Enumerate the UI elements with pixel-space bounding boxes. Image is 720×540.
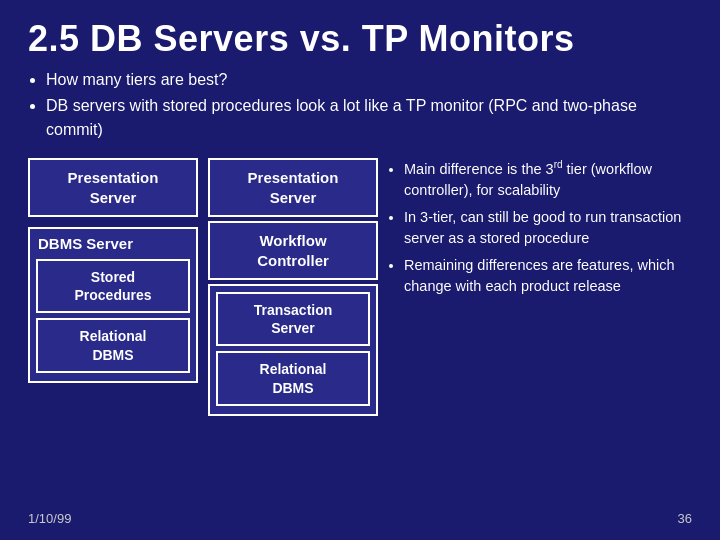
transaction-server-box: Transaction Server: [216, 292, 370, 346]
content-area: Presentation Server DBMS Server Stored P…: [28, 158, 692, 507]
mid-column: Presentation Server Workflow Controller …: [208, 158, 378, 507]
right-bullet-3: Remaining differences are features, whic…: [404, 255, 692, 297]
left-relational-dbms-box: Relational DBMS: [36, 318, 190, 372]
bullet-1: How many tiers are best?: [46, 68, 692, 92]
footer: 1/10/99 36: [28, 511, 692, 526]
bullet-2: DB servers with stored procedures look a…: [46, 94, 692, 142]
dbms-server-label: DBMS Server: [36, 235, 190, 252]
mid-outer-box: Transaction Server Relational DBMS: [208, 284, 378, 416]
footer-date: 1/10/99: [28, 511, 71, 526]
left-presentation-server-box: Presentation Server: [28, 158, 198, 217]
mid-presentation-server-box: Presentation Server: [208, 158, 378, 217]
footer-page: 36: [678, 511, 692, 526]
left-pres-line1: Presentation: [68, 169, 159, 186]
right-bullet-1: Main difference is the 3rd tier (workflo…: [404, 158, 692, 201]
slide: 2.5 DB Servers vs. TP Monitors How many …: [0, 0, 720, 540]
mid-inner-boxes: Transaction Server Relational DBMS: [216, 292, 370, 406]
right-bullet-2: In 3-tier, can still be good to run tran…: [404, 207, 692, 249]
left-inner-boxes: Stored Procedures Relational DBMS: [36, 259, 190, 373]
workflow-controller-box: Workflow Controller: [208, 221, 378, 280]
slide-title: 2.5 DB Servers vs. TP Monitors: [28, 18, 692, 60]
dbms-server-outer-box: DBMS Server Stored Procedures Relational…: [28, 227, 198, 383]
stored-procedures-box: Stored Procedures: [36, 259, 190, 313]
right-bullets-list: Main difference is the 3rd tier (workflo…: [404, 158, 692, 297]
bullets-list: How many tiers are best? DB servers with…: [28, 68, 692, 144]
mid-relational-dbms-box: Relational DBMS: [216, 351, 370, 405]
left-pres-line2: Server: [90, 189, 137, 206]
left-column: Presentation Server DBMS Server Stored P…: [28, 158, 198, 507]
right-column: Main difference is the 3rd tier (workflo…: [388, 158, 692, 507]
